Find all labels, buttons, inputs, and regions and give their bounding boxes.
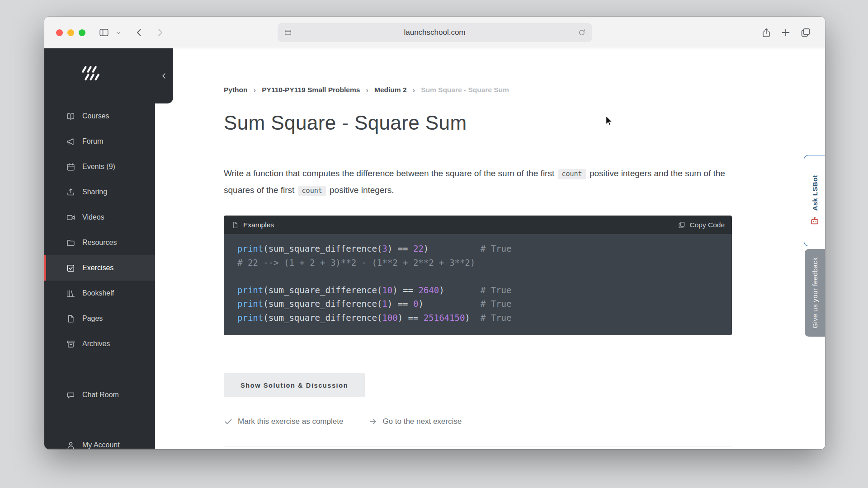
minimize-window-button[interactable] bbox=[67, 29, 74, 36]
description-text: positive integers. bbox=[327, 185, 394, 195]
mark-complete-link[interactable]: Mark this exercise as complete bbox=[224, 417, 343, 426]
arrow-right-icon bbox=[368, 417, 377, 426]
description-text: Write a function that computes the diffe… bbox=[224, 169, 557, 178]
code-body: print(sum_square_difference(3) == 22) # … bbox=[224, 234, 732, 335]
sidebar-item-label: Videos bbox=[82, 213, 104, 221]
sidebar-item-label: Resources bbox=[82, 239, 117, 247]
sidebar-item-events[interactable]: Events (9) bbox=[44, 154, 155, 179]
sidebar-item-pages[interactable]: Pages bbox=[44, 306, 155, 331]
copy-code-button[interactable]: Copy Code bbox=[678, 221, 725, 229]
sidebar-item-chat-room[interactable]: Chat Room bbox=[44, 382, 155, 408]
breadcrumb-separator-icon: › bbox=[413, 86, 415, 94]
inline-code: count bbox=[558, 169, 586, 179]
share-button[interactable] bbox=[761, 27, 772, 38]
code-line: # 22 --> (1 + 2 + 3)**2 - (1**2 + 2**2 +… bbox=[237, 256, 723, 270]
inline-code: count bbox=[298, 186, 326, 196]
browser-window: launchschool.com CoursesForumEvents (9)S… bbox=[44, 17, 825, 449]
events-icon bbox=[66, 162, 75, 172]
sidebar-nav: CoursesForumEvents (9)SharingVideosResou… bbox=[44, 103, 155, 357]
feedback-label: Give us your feedback bbox=[811, 257, 819, 328]
desktop: { "browser": { "url": "launchschool.com"… bbox=[0, 0, 868, 488]
breadcrumb-separator-icon: › bbox=[254, 86, 256, 94]
chevron-down-icon[interactable] bbox=[115, 30, 122, 36]
sidebar-item-label: Chat Room bbox=[82, 391, 119, 399]
sidebar-item-exercises[interactable]: Exercises bbox=[44, 255, 155, 281]
divider bbox=[224, 446, 732, 446]
back-button[interactable] bbox=[134, 27, 145, 38]
account-icon bbox=[66, 441, 75, 450]
new-tab-button[interactable] bbox=[780, 27, 791, 38]
courses-icon bbox=[66, 112, 75, 121]
window-controls bbox=[56, 17, 85, 48]
breadcrumb-item[interactable]: Python bbox=[224, 86, 248, 94]
sidebar-item-label: Bookshelf bbox=[82, 289, 114, 297]
code-header: Examples Copy Code bbox=[224, 216, 732, 234]
breadcrumb-item[interactable]: Medium 2 bbox=[374, 86, 406, 94]
sidebar-item-label: Courses bbox=[82, 112, 109, 120]
url-text: launchschool.com bbox=[278, 23, 592, 42]
zoom-window-button[interactable] bbox=[79, 29, 85, 36]
code-line: print(sum_square_difference(100) == 2516… bbox=[237, 311, 723, 325]
code-line bbox=[237, 269, 723, 283]
sidebar-item-label: Archives bbox=[82, 340, 110, 348]
examples-code-block: Examples Copy Code print(sum_square_diff… bbox=[224, 216, 732, 335]
breadcrumb: Python›PY110-PY119 Small Problems›Medium… bbox=[224, 86, 732, 94]
sidebar-item-bookshelf[interactable]: Bookshelf bbox=[44, 281, 155, 306]
sidebar-item-my-account[interactable]: My Account bbox=[44, 432, 155, 449]
forward-button[interactable] bbox=[155, 27, 165, 38]
sidebar-item-sharing[interactable]: Sharing bbox=[44, 179, 155, 205]
close-window-button[interactable] bbox=[56, 29, 63, 36]
copy-icon bbox=[678, 221, 686, 229]
sharing-icon bbox=[66, 188, 75, 197]
show-solution-button[interactable]: Show Solution & Discussion bbox=[224, 373, 365, 397]
sidebar: CoursesForumEvents (9)SharingVideosResou… bbox=[44, 48, 155, 449]
next-exercise-label: Go to the next exercise bbox=[382, 417, 462, 426]
file-icon bbox=[231, 221, 239, 229]
sidebar-item-label: Exercises bbox=[82, 264, 113, 272]
sidebar-item-courses[interactable]: Courses bbox=[44, 103, 155, 129]
bookshelf-icon bbox=[66, 289, 75, 298]
launch-school-logo bbox=[79, 64, 100, 83]
ask-lsbot-tab[interactable]: Ask LSBot bbox=[804, 155, 825, 246]
sidebar-item-archives[interactable]: Archives bbox=[44, 331, 155, 357]
exercise-description: Write a function that computes the diffe… bbox=[224, 165, 732, 199]
sidebar-item-videos[interactable]: Videos bbox=[44, 205, 155, 230]
reload-button[interactable] bbox=[578, 28, 586, 37]
toolbar-sidebar-toggle-button[interactable] bbox=[99, 27, 109, 38]
feedback-tab[interactable]: Give us your feedback bbox=[805, 249, 825, 337]
code-line: print(sum_square_difference(1) == 0) # T… bbox=[237, 297, 723, 311]
archives-icon bbox=[66, 339, 75, 349]
videos-icon bbox=[66, 213, 75, 222]
browser-titlebar: launchschool.com bbox=[44, 17, 825, 48]
breadcrumb-item[interactable]: PY110-PY119 Small Problems bbox=[262, 86, 360, 94]
sidebar-item-label: Sharing bbox=[82, 188, 107, 196]
examples-label: Examples bbox=[243, 221, 274, 229]
forum-icon bbox=[66, 137, 75, 146]
pages-icon bbox=[66, 314, 75, 324]
sidebar-item-label: Events (9) bbox=[82, 163, 115, 171]
ask-lsbot-label: Ask LSBot bbox=[811, 175, 819, 211]
exercise-actions: Mark this exercise as complete Go to the… bbox=[224, 417, 734, 426]
chevron-left-icon bbox=[160, 72, 168, 80]
sidebar-item-label: My Account bbox=[82, 441, 120, 449]
lsbot-icon bbox=[809, 216, 820, 226]
check-icon bbox=[224, 417, 233, 426]
main-content: Python›PY110-PY119 Small Problems›Medium… bbox=[155, 48, 825, 449]
resources-icon bbox=[66, 238, 75, 248]
sidebar-item-resources[interactable]: Resources bbox=[44, 230, 155, 255]
sidebar-item-label: Forum bbox=[82, 137, 103, 145]
mark-complete-label: Mark this exercise as complete bbox=[238, 417, 343, 426]
breadcrumb-item: Sum Square - Square Sum bbox=[421, 86, 509, 94]
page-icon bbox=[284, 28, 292, 37]
chat-icon bbox=[66, 390, 75, 400]
code-line: print(sum_square_difference(10) == 2640)… bbox=[237, 283, 723, 297]
address-bar[interactable]: launchschool.com bbox=[278, 23, 592, 42]
sidebar-collapse-button[interactable] bbox=[155, 48, 173, 103]
sidebar-item-forum[interactable]: Forum bbox=[44, 129, 155, 154]
page-title: Sum Square - Square Sum bbox=[224, 112, 734, 134]
sidebar-item-label: Pages bbox=[82, 314, 103, 323]
copy-code-label: Copy Code bbox=[689, 221, 725, 229]
code-line: print(sum_square_difference(3) == 22) # … bbox=[237, 242, 723, 256]
next-exercise-link[interactable]: Go to the next exercise bbox=[368, 417, 462, 426]
tabs-overview-button[interactable] bbox=[800, 27, 811, 38]
